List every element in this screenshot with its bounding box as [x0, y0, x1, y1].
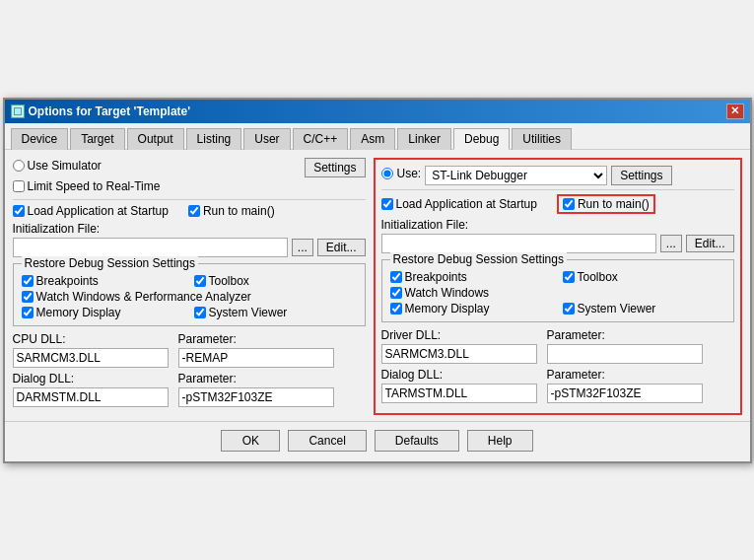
left-panel: Use Simulator Settings Limit Speed to Re…	[13, 158, 366, 415]
driver-param-label: Parameter:	[547, 328, 703, 342]
breakpoints-right[interactable]: Breakpoints	[390, 270, 553, 284]
use-debugger-option[interactable]: Use:	[381, 167, 422, 180]
toolbox-left[interactable]: Toolbox	[194, 274, 357, 288]
run-to-main-left-checkbox[interactable]	[188, 205, 200, 217]
tab-listing[interactable]: Listing	[186, 128, 242, 150]
init-file-left-label: Initialization File:	[13, 222, 366, 236]
use-simulator-radio[interactable]	[13, 160, 25, 172]
system-viewer-left[interactable]: System Viewer	[194, 306, 357, 319]
toolbox-right-checkbox[interactable]	[563, 271, 575, 283]
toolbox-left-label: Toolbox	[209, 274, 249, 288]
run-to-main-left[interactable]: Run to main()	[188, 204, 275, 218]
restore-debug-right-group: Restore Debug Session Settings Breakpoin…	[381, 259, 734, 322]
load-app-left-checkbox[interactable]	[13, 205, 25, 217]
dialog-dll-left-row: Dialog DLL: Parameter:	[13, 372, 366, 407]
dialog-param-right-input[interactable]	[547, 384, 703, 403]
defaults-button[interactable]: Defaults	[375, 430, 459, 452]
limit-speed-option[interactable]: Limit Speed to Real-Time	[13, 179, 161, 193]
init-file-right-input[interactable]	[381, 234, 656, 253]
system-viewer-left-checkbox[interactable]	[194, 307, 206, 318]
cancel-button[interactable]: Cancel	[288, 430, 366, 452]
load-app-left[interactable]: Load Application at Startup	[13, 204, 169, 218]
driver-param-input[interactable]	[547, 344, 703, 364]
driver-dll-row: Driver DLL: Parameter:	[381, 328, 734, 364]
footer: OK Cancel Defaults Help	[5, 421, 750, 461]
dialog-dll-left-label: Dialog DLL:	[13, 372, 169, 385]
title-bar: Options for Target 'Template' ✕	[5, 100, 750, 123]
tab-user[interactable]: User	[243, 128, 290, 150]
init-file-left-dots[interactable]: ...	[292, 239, 313, 256]
tab-device[interactable]: Device	[11, 128, 69, 150]
watch-windows-right-label: Watch Windows	[405, 286, 490, 300]
system-viewer-right-label: System Viewer	[578, 302, 656, 315]
init-file-left-input[interactable]	[13, 238, 288, 257]
use-simulator-label: Use Simulator	[28, 159, 102, 173]
tabs-bar: Device Target Output Listing User C/C++ …	[5, 123, 750, 150]
memory-display-left-label: Memory Display	[36, 306, 121, 319]
driver-dll-input[interactable]	[381, 344, 537, 364]
tab-asm[interactable]: Asm	[350, 128, 395, 150]
toolbox-right-label: Toolbox	[578, 270, 618, 284]
tab-cpp[interactable]: C/C++	[293, 128, 349, 150]
cpu-dll-label: CPU DLL:	[13, 332, 169, 346]
memory-display-left-checkbox[interactable]	[22, 307, 34, 318]
tab-utilities[interactable]: Utilities	[512, 128, 572, 150]
breakpoints-right-checkbox[interactable]	[390, 271, 402, 283]
tab-output[interactable]: Output	[127, 128, 184, 150]
dialog-param-left-input[interactable]	[178, 387, 334, 407]
run-to-main-right-label: Run to main()	[578, 197, 650, 211]
init-file-right-edit[interactable]: Edit...	[686, 235, 734, 252]
breakpoints-left-checkbox[interactable]	[22, 275, 34, 287]
init-file-left-edit[interactable]: Edit...	[317, 239, 366, 256]
watch-windows-left-label: Watch Windows & Performance Analyzer	[36, 290, 251, 304]
load-app-right[interactable]: Load Application at Startup	[381, 197, 537, 211]
init-file-right-row: ... Edit...	[381, 234, 734, 253]
watch-windows-left[interactable]: Watch Windows & Performance Analyzer	[22, 290, 357, 304]
dialog-dll-right-label: Dialog DLL:	[381, 368, 537, 382]
memory-display-left[interactable]: Memory Display	[22, 306, 184, 319]
tab-linker[interactable]: Linker	[397, 128, 451, 150]
left-settings-button[interactable]: Settings	[305, 158, 365, 177]
dialog-dll-right-input[interactable]	[381, 384, 537, 403]
help-button[interactable]: Help	[467, 430, 533, 452]
breakpoints-right-label: Breakpoints	[405, 270, 467, 284]
dialog-param-left-label: Parameter:	[178, 372, 334, 385]
debugger-select[interactable]: ST-Link Debugger J-Link / J-Trace Cortex…	[425, 166, 607, 185]
memory-display-right[interactable]: Memory Display	[390, 302, 553, 315]
dialog-dll-right-row: Dialog DLL: Parameter:	[381, 368, 734, 403]
breakpoints-left-label: Breakpoints	[36, 274, 99, 288]
run-to-main-right-box: Run to main()	[557, 194, 655, 214]
content-area: Use Simulator Settings Limit Speed to Re…	[5, 150, 750, 421]
memory-display-right-checkbox[interactable]	[390, 303, 402, 315]
load-app-right-checkbox[interactable]	[381, 198, 393, 210]
cpu-dll-input[interactable]	[13, 348, 169, 368]
use-label: Use:	[397, 167, 422, 180]
limit-speed-checkbox[interactable]	[13, 180, 25, 192]
system-viewer-right-checkbox[interactable]	[563, 303, 575, 315]
cpu-dll-row: CPU DLL: Parameter:	[13, 332, 366, 368]
dialog-dll-left-input[interactable]	[13, 387, 169, 407]
system-viewer-left-label: System Viewer	[209, 306, 288, 319]
close-button[interactable]: ✕	[726, 104, 744, 119]
toolbox-right[interactable]: Toolbox	[563, 270, 725, 284]
run-to-main-right-checkbox[interactable]	[563, 198, 575, 210]
ok-button[interactable]: OK	[221, 430, 280, 452]
right-settings-button[interactable]: Settings	[611, 166, 671, 185]
window-icon	[11, 105, 25, 118]
run-to-main-right[interactable]: Run to main()	[563, 197, 650, 211]
watch-windows-right[interactable]: Watch Windows	[390, 286, 553, 300]
tab-debug[interactable]: Debug	[453, 128, 510, 150]
cpu-param-input[interactable]	[178, 348, 334, 368]
watch-windows-right-checkbox[interactable]	[390, 287, 402, 299]
watch-windows-left-checkbox[interactable]	[22, 291, 34, 303]
use-debugger-radio[interactable]	[381, 168, 393, 179]
tab-target[interactable]: Target	[70, 128, 124, 150]
restore-debug-right-title: Restore Debug Session Settings	[390, 252, 567, 266]
toolbox-left-checkbox[interactable]	[194, 275, 206, 287]
system-viewer-right[interactable]: System Viewer	[563, 302, 725, 315]
use-simulator-option[interactable]: Use Simulator	[13, 159, 102, 173]
load-app-right-label: Load Application at Startup	[396, 197, 537, 211]
breakpoints-left[interactable]: Breakpoints	[22, 274, 184, 288]
init-file-left-row: ... Edit...	[13, 238, 366, 257]
init-file-right-dots[interactable]: ...	[660, 235, 682, 252]
